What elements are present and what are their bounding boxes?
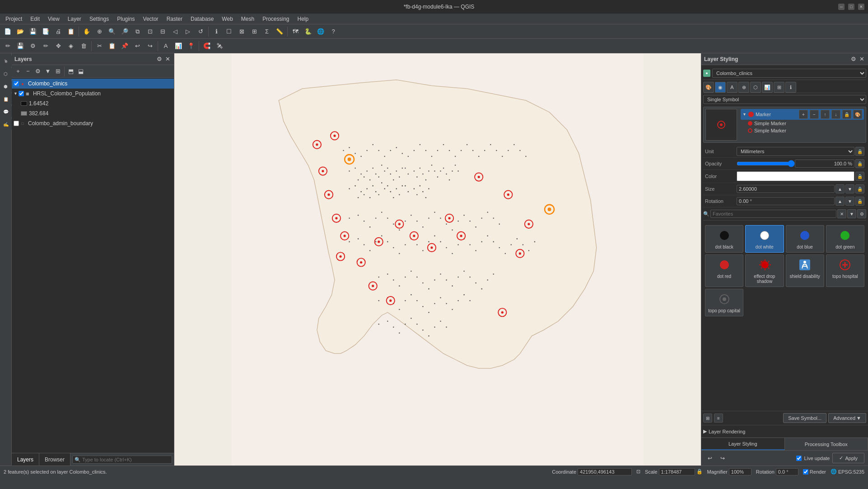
apply-button[interactable]: ✓ Apply xyxy=(832,453,864,463)
add-marker-layer-btn[interactable]: + xyxy=(799,110,808,119)
rotation-lock-btn[interactable]: 🔒 xyxy=(855,197,864,206)
save-symbol-button[interactable]: Save Symbol... xyxy=(783,413,826,423)
advanced-button[interactable]: Advanced ▼ xyxy=(828,413,866,423)
magnifier-input[interactable] xyxy=(729,468,751,475)
symbol-dot-white[interactable]: dot white xyxy=(745,225,784,253)
zoom-next-button[interactable]: ▷ xyxy=(182,26,194,38)
tab-layers[interactable]: Layers xyxy=(12,453,39,465)
stats-button[interactable]: Σ xyxy=(261,26,273,38)
clear-favorites-btn[interactable]: ✕ xyxy=(837,209,846,218)
identify-button[interactable]: ℹ xyxy=(210,26,222,38)
color-selector[interactable] xyxy=(737,171,854,181)
style-type-select[interactable]: Single Symbol xyxy=(703,95,866,104)
zoom-selection-button[interactable]: ⊟ xyxy=(157,26,168,38)
paste-feature-button[interactable]: 📌 xyxy=(119,40,131,52)
move-up-btn[interactable]: ↑ xyxy=(821,110,830,119)
scale-input[interactable] xyxy=(659,468,695,475)
open-layer-properties-button[interactable]: ⚙ xyxy=(33,67,42,76)
gps-button[interactable]: 🛰 xyxy=(214,40,225,52)
layer-rendering-header[interactable]: ▶ Layer Rendering xyxy=(703,427,866,436)
menu-edit[interactable]: Edit xyxy=(27,15,43,23)
undo-styling-btn[interactable]: ↩ xyxy=(705,453,715,463)
annotation-button[interactable]: ✍ xyxy=(0,118,12,130)
save-project-button[interactable]: 💾 xyxy=(27,26,39,38)
cut-feature-button[interactable]: ✂ xyxy=(93,40,105,52)
size-lock-btn[interactable]: 🔒 xyxy=(855,184,864,193)
menu-mesh[interactable]: Mesh xyxy=(238,15,258,23)
size-up-btn[interactable]: ▲ xyxy=(835,184,845,193)
zoom-last-button[interactable]: ◁ xyxy=(169,26,181,38)
forms-button[interactable]: 📋 xyxy=(0,93,12,105)
opacity-lock-btn[interactable]: 🔒 xyxy=(855,159,864,168)
menu-database[interactable]: Database xyxy=(187,15,217,23)
layer-item-hrsl[interactable]: ▼ ▦ HRSL_Colombo_Population xyxy=(12,89,174,99)
menu-web[interactable]: Web xyxy=(218,15,236,23)
layer-check-admin[interactable] xyxy=(14,121,19,126)
expand-all-button[interactable]: ⬒ xyxy=(66,67,75,76)
symbol-shield-disability[interactable]: shield disability xyxy=(786,254,824,287)
redo-styling-btn[interactable]: ↪ xyxy=(718,453,728,463)
zoom-layer-button[interactable]: ⊡ xyxy=(144,26,156,38)
mask-tab[interactable]: ⊕ xyxy=(738,82,749,93)
add-tile-button[interactable]: 🗺 xyxy=(289,26,301,38)
config-favorites-btn[interactable]: ⚙ xyxy=(857,209,866,218)
map-tips-button[interactable]: 💬 xyxy=(0,106,12,118)
color-btn[interactable]: 🎨 xyxy=(853,110,862,119)
digitize-button[interactable]: ✏ xyxy=(40,40,51,52)
rotation-down-btn[interactable]: ▼ xyxy=(845,197,854,206)
select-features-button[interactable]: ☐ xyxy=(223,26,235,38)
zoom-full-button[interactable]: ⧉ xyxy=(131,26,143,38)
styling-options-button[interactable]: ⚙ xyxy=(850,56,857,63)
locate-input[interactable] xyxy=(72,456,172,464)
layers-close-button[interactable]: ✕ xyxy=(164,56,171,63)
menu-vector[interactable]: Vector xyxy=(140,15,162,23)
menu-layer[interactable]: Layer xyxy=(64,15,85,23)
metadata-tab[interactable]: ℹ xyxy=(785,82,796,93)
list-view-btn[interactable]: ≡ xyxy=(714,414,723,423)
symbol-dot-black[interactable]: dot black xyxy=(705,225,743,253)
pan-button[interactable]: ✋ xyxy=(81,26,93,38)
undo-button[interactable]: ↩ xyxy=(131,40,143,52)
zoom-in-button[interactable]: 🔍 xyxy=(106,26,118,38)
pin-labels-button[interactable]: 📍 xyxy=(185,40,197,52)
deselect-button[interactable]: ⊠ xyxy=(236,26,247,38)
menu-processing[interactable]: Processing xyxy=(259,15,293,23)
digitize-button2[interactable]: ⬡ xyxy=(0,68,12,80)
opacity-slider[interactable] xyxy=(737,160,795,167)
symbol-dot-red[interactable]: dot red xyxy=(705,254,743,287)
menu-help[interactable]: Help xyxy=(294,15,313,23)
diagram-tab[interactable]: 📊 xyxy=(762,82,773,93)
remove-marker-layer-btn[interactable]: − xyxy=(810,110,819,119)
touch-zoom-button[interactable]: 🖱 xyxy=(0,55,12,67)
render-checkbox[interactable] xyxy=(803,469,808,475)
remove-layer-button[interactable]: − xyxy=(23,67,33,76)
add-favorites-btn[interactable]: ▼ xyxy=(847,209,856,218)
save-edits-button[interactable]: 💾 xyxy=(14,40,26,52)
open-table-button[interactable]: ⊞ xyxy=(248,26,260,38)
diagram-tool-button[interactable]: 📊 xyxy=(173,40,184,52)
close-button[interactable]: ✕ xyxy=(858,4,864,10)
size-down-btn[interactable]: ▼ xyxy=(845,184,854,193)
layer-item-raster2[interactable]: 382.684 xyxy=(12,108,174,118)
tab-browser[interactable]: Browser xyxy=(39,453,70,465)
move-down-btn[interactable]: ↓ xyxy=(831,110,840,119)
rotation-up-btn[interactable]: ▲ xyxy=(835,197,845,206)
help-button[interactable]: ? xyxy=(327,26,339,38)
grid-view-btn[interactable]: ⊞ xyxy=(703,414,712,423)
tree-item-marker[interactable]: ▼ Marker + − ↑ ↓ 🔒 🎨 xyxy=(741,109,864,120)
favorites-search-input[interactable] xyxy=(710,210,836,218)
menu-project[interactable]: Project xyxy=(2,15,26,23)
menu-view[interactable]: View xyxy=(44,15,63,23)
print-layout-button[interactable]: 🖨 xyxy=(52,26,64,38)
layer-check-clinics[interactable] xyxy=(14,81,19,86)
manage-groups-button[interactable]: ⊞ xyxy=(53,67,62,76)
symbol-dot-green[interactable]: dot green xyxy=(826,225,864,253)
symbol-topo-pop-capital[interactable]: topo pop capital xyxy=(705,289,743,316)
symbol-effect-drop-shadow[interactable]: effect drop shadow xyxy=(745,254,784,287)
styling-close-button[interactable]: ✕ xyxy=(858,56,865,63)
tree-item-simple-marker-1[interactable]: Simple Marker xyxy=(741,120,864,127)
labels-tab[interactable]: A xyxy=(727,82,737,93)
paint-tab[interactable]: 🎨 xyxy=(703,82,714,93)
tab-layer-styling[interactable]: Layer Styling xyxy=(701,438,785,450)
scale-lock-btn[interactable]: 🔒 xyxy=(696,469,703,475)
